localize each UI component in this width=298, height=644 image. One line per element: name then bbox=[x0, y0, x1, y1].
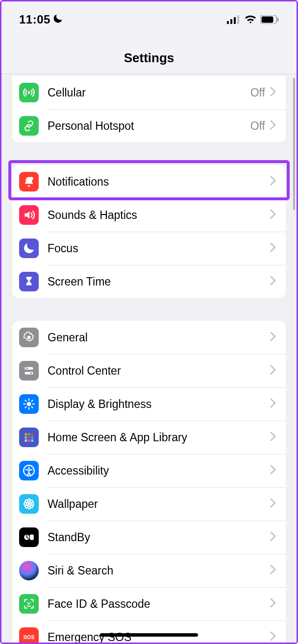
svg-point-8 bbox=[30, 177, 33, 180]
gear-icon bbox=[19, 328, 39, 347]
row-notifications[interactable]: Notifications bbox=[12, 165, 286, 198]
svg-rect-28 bbox=[31, 436, 33, 439]
row-sounds[interactable]: Sounds & Haptics bbox=[12, 198, 286, 232]
svg-rect-30 bbox=[28, 439, 30, 442]
row-focus[interactable]: Focus bbox=[12, 232, 286, 265]
status-bar: 11:05 bbox=[1, 1, 297, 33]
chevron-right-icon bbox=[270, 431, 278, 443]
svg-point-7 bbox=[28, 92, 30, 94]
row-wallpaper[interactable]: Wallpaper bbox=[12, 487, 286, 521]
row-cellular[interactable]: Cellular Off bbox=[12, 76, 286, 109]
chevron-right-icon bbox=[270, 120, 278, 132]
standby-icon bbox=[19, 527, 39, 547]
svg-rect-6 bbox=[277, 18, 279, 22]
row-standby[interactable]: StandBy bbox=[12, 521, 286, 554]
row-homescreen[interactable]: Home Screen & App Library bbox=[12, 421, 286, 454]
speaker-icon bbox=[19, 205, 39, 225]
chevron-right-icon bbox=[270, 498, 278, 510]
chevron-right-icon bbox=[270, 365, 278, 377]
row-label: Face ID & Passcode bbox=[48, 597, 270, 611]
home-indicator[interactable] bbox=[100, 633, 198, 637]
hourglass-icon bbox=[19, 272, 39, 291]
row-label: Sounds & Haptics bbox=[48, 209, 270, 222]
svg-point-11 bbox=[26, 367, 27, 369]
row-hotspot[interactable]: Personal Hotspot Off bbox=[12, 109, 286, 143]
svg-rect-24 bbox=[28, 433, 30, 435]
svg-point-34 bbox=[28, 503, 30, 505]
settings-screen: 11:05 bbox=[1, 1, 297, 643]
wifi-icon bbox=[245, 15, 256, 24]
chevron-right-icon bbox=[270, 176, 278, 188]
svg-rect-26 bbox=[25, 436, 27, 439]
row-label: General bbox=[48, 331, 270, 344]
svg-rect-31 bbox=[31, 439, 33, 442]
svg-line-19 bbox=[25, 400, 26, 401]
chevron-right-icon bbox=[270, 276, 278, 287]
row-general[interactable]: General bbox=[12, 321, 286, 354]
row-label: Notifications bbox=[48, 175, 270, 189]
chevron-right-icon bbox=[270, 209, 278, 221]
svg-point-33 bbox=[28, 467, 30, 469]
svg-point-39 bbox=[25, 500, 28, 503]
battery-icon bbox=[260, 15, 279, 24]
header: Settings bbox=[1, 33, 297, 74]
bell-icon bbox=[19, 172, 39, 191]
svg-point-45 bbox=[27, 602, 28, 603]
row-controlcenter[interactable]: Control Center bbox=[12, 354, 286, 387]
settings-list[interactable]: Cellular Off Personal Hotspot Off Notifi… bbox=[1, 74, 297, 643]
chevron-right-icon bbox=[270, 242, 278, 254]
svg-rect-25 bbox=[31, 433, 33, 435]
face-icon bbox=[19, 594, 39, 614]
chevron-right-icon bbox=[270, 565, 278, 576]
sun-icon bbox=[19, 394, 39, 414]
svg-rect-44 bbox=[30, 535, 34, 540]
chevron-right-icon bbox=[270, 332, 278, 343]
row-label: Control Center bbox=[48, 364, 270, 378]
row-display[interactable]: Display & Brightness bbox=[12, 387, 286, 421]
antenna-icon bbox=[19, 83, 39, 102]
row-label: Screen Time bbox=[48, 275, 270, 288]
svg-point-46 bbox=[30, 602, 31, 603]
row-accessibility[interactable]: Accessibility bbox=[12, 454, 286, 487]
sos-icon: SOS bbox=[19, 627, 39, 643]
svg-point-9 bbox=[27, 336, 31, 339]
svg-rect-10 bbox=[25, 367, 33, 369]
row-emergency[interactable]: SOS Emergency SOS bbox=[12, 620, 286, 643]
switches-icon bbox=[19, 361, 39, 381]
svg-rect-23 bbox=[25, 433, 27, 435]
row-label: Cellular bbox=[48, 86, 250, 99]
row-label: Accessibility bbox=[48, 464, 270, 477]
chevron-right-icon bbox=[270, 87, 278, 98]
chevron-right-icon bbox=[270, 398, 278, 410]
group-alerts: Notifications Sounds & Haptics Focus bbox=[12, 165, 286, 298]
scroll-indicator bbox=[293, 78, 295, 210]
siri-icon bbox=[19, 561, 39, 580]
svg-point-41 bbox=[25, 505, 28, 508]
svg-line-22 bbox=[31, 400, 32, 401]
svg-rect-3 bbox=[237, 15, 239, 24]
row-value: Off bbox=[250, 86, 265, 99]
flower-icon bbox=[19, 494, 39, 514]
moon-icon bbox=[19, 239, 39, 258]
row-label: Home Screen & App Library bbox=[48, 431, 270, 444]
row-label: Personal Hotspot bbox=[48, 119, 250, 133]
svg-rect-1 bbox=[230, 19, 232, 24]
svg-point-13 bbox=[30, 372, 32, 374]
row-screentime[interactable]: Screen Time bbox=[12, 265, 286, 298]
row-faceid[interactable]: Face ID & Passcode bbox=[12, 587, 286, 620]
chevron-right-icon bbox=[270, 531, 278, 543]
svg-point-42 bbox=[30, 505, 33, 508]
svg-text:SOS: SOS bbox=[24, 634, 35, 640]
row-label: Wallpaper bbox=[48, 498, 270, 511]
chevron-right-icon bbox=[270, 598, 278, 610]
svg-line-21 bbox=[25, 406, 26, 407]
svg-rect-29 bbox=[25, 439, 27, 442]
row-siri[interactable]: Siri & Search bbox=[12, 554, 286, 587]
row-label: Display & Brightness bbox=[48, 398, 270, 411]
cellular-signal-icon bbox=[227, 15, 241, 24]
svg-rect-2 bbox=[234, 17, 236, 24]
group-general: General Control Center bbox=[12, 321, 286, 643]
link-icon bbox=[19, 116, 39, 136]
page-title: Settings bbox=[1, 50, 297, 66]
grid-icon bbox=[19, 428, 39, 447]
